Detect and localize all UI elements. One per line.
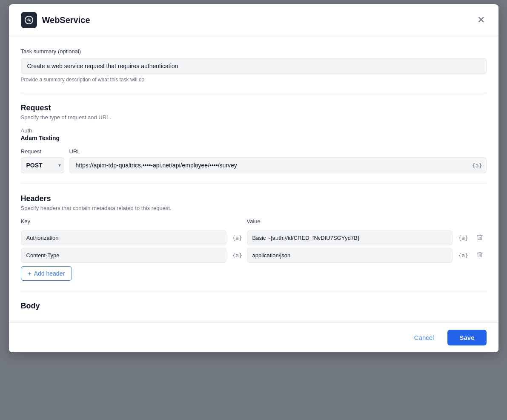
request-section: Request Specify the type of request and … — [21, 104, 487, 173]
divider-3 — [21, 291, 487, 291]
delete-header-btn-1[interactable] — [473, 232, 487, 244]
task-summary-section: Task summary (optional) Provide a summar… — [21, 48, 487, 83]
task-summary-hint: Provide a summary description of what th… — [21, 77, 487, 83]
value-variable-btn-2[interactable]: {a} — [456, 250, 470, 260]
method-select-wrapper: POST GET PUT PATCH DELETE ▾ — [21, 157, 64, 173]
method-col: Request POST GET PUT PATCH DELETE ▾ — [21, 148, 64, 173]
headers-section-subtitle: Specify headers that contain metadata re… — [21, 205, 487, 211]
add-header-button[interactable]: + Add header — [21, 266, 72, 281]
webservice-modal: WebService ✕ Task summary (optional) Pro… — [9, 4, 498, 352]
header-row-2: {a} {a} — [21, 248, 487, 263]
url-col-label: URL — [69, 148, 487, 155]
key-variable-btn-2[interactable]: {a} — [230, 250, 243, 260]
modal-icon — [21, 12, 37, 28]
url-col: URL {a} — [69, 148, 487, 173]
header-value-2[interactable] — [247, 248, 453, 263]
body-section: Body — [21, 302, 487, 322]
url-input-wrapper: {a} — [69, 157, 487, 173]
header-row-1: {a} {a} — [21, 230, 487, 245]
save-button[interactable]: Save — [447, 330, 486, 345]
auth-value: Adam Testing — [21, 135, 487, 141]
headers-section-title: Headers — [21, 194, 487, 203]
header-key-1[interactable] — [21, 230, 226, 245]
key-col-header: Key — [21, 218, 226, 224]
value-variable-btn-1[interactable]: {a} — [456, 233, 470, 243]
method-select[interactable]: POST GET PUT PATCH DELETE — [21, 157, 64, 173]
url-input[interactable] — [69, 157, 487, 173]
delete-header-btn-2[interactable] — [473, 250, 487, 262]
modal-title: WebService — [42, 15, 90, 25]
header-value-1[interactable] — [247, 230, 453, 245]
divider-1 — [21, 93, 487, 93]
key-variable-btn-1[interactable]: {a} — [230, 233, 243, 243]
headers-section: Headers Specify headers that contain met… — [21, 194, 487, 281]
modal-footer: Cancel Save — [9, 322, 498, 352]
divider-2 — [21, 184, 487, 184]
request-section-subtitle: Specify the type of request and URL. — [21, 114, 487, 121]
auth-row: Auth Adam Testing — [21, 127, 487, 141]
body-section-title: Body — [21, 302, 487, 311]
modal-body: Task summary (optional) Provide a summar… — [9, 36, 498, 322]
request-col-label: Request — [21, 148, 64, 155]
plus-icon: + — [28, 270, 32, 277]
add-header-label: Add header — [34, 270, 65, 277]
task-summary-input[interactable] — [21, 58, 487, 74]
close-button[interactable]: ✕ — [475, 14, 487, 26]
modal-header: WebService ✕ — [9, 4, 498, 36]
url-variable-button[interactable]: {a} — [472, 162, 482, 169]
modal-title-group: WebService — [21, 12, 90, 28]
close-icon: ✕ — [477, 14, 485, 25]
auth-label: Auth — [21, 127, 487, 134]
task-summary-label: Task summary (optional) — [21, 48, 487, 55]
cancel-button[interactable]: Cancel — [406, 330, 443, 345]
header-key-2[interactable] — [21, 248, 226, 263]
value-col-header: Value — [247, 218, 453, 224]
request-url-row: Request POST GET PUT PATCH DELETE ▾ — [21, 148, 487, 173]
request-section-title: Request — [21, 104, 487, 112]
